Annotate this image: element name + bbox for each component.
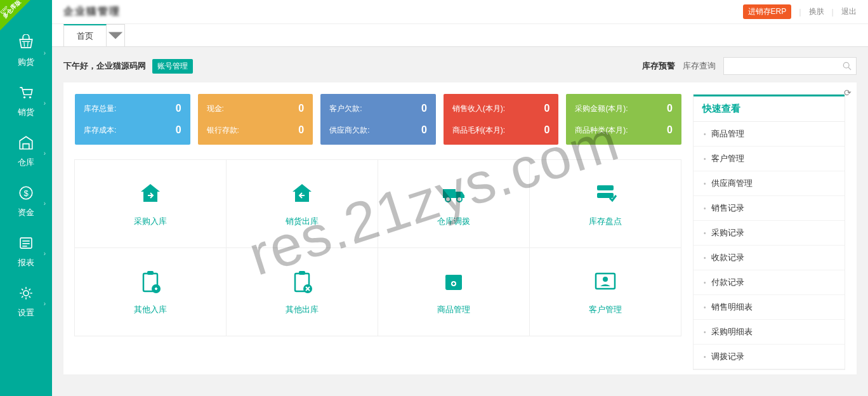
account-mgmt-badge[interactable]: 账号管理 (152, 59, 193, 74)
rp-item[interactable]: 收款记录 (694, 246, 845, 270)
nav-item-cart[interactable]: 销货› (0, 77, 52, 124)
basket-icon (18, 34, 34, 51)
right-panel-header: 快速查看 (694, 95, 845, 122)
card-value: 0 (298, 124, 304, 136)
stock-alert-label: 库存预警 (642, 60, 675, 72)
card-label: 采购金额(本月): (575, 103, 628, 114)
quick-label: 商品管理 (437, 304, 470, 315)
card-value: 0 (667, 124, 673, 136)
box-icon (440, 268, 467, 295)
rp-item[interactable]: 付款记录 (694, 270, 845, 295)
svg-point-11 (23, 291, 29, 296)
tab-more-button[interactable] (106, 24, 125, 46)
stat-card-3: 销售收入(本月):0商品毛利(本月):0 (444, 94, 559, 145)
svg-rect-18 (597, 193, 614, 198)
skin-link[interactable]: 换肤 (809, 6, 824, 17)
quick-label: 其他出库 (286, 304, 319, 315)
sidebar: ERP 多仓库版 购货›销货›仓库›$资金›报表›设置› (0, 0, 52, 396)
quick-label: 采购入库 (134, 216, 167, 227)
svg-point-4 (29, 96, 31, 98)
card-row: 采购金额(本月):0 (575, 103, 673, 114)
dashboard-content: ⟳ 库存总量:0库存成本:0现金:0银行存款:0客户欠款:0供应商欠款:0销售收… (63, 82, 857, 374)
rp-item[interactable]: 采购记录 (694, 221, 845, 246)
nav-item-warehouse[interactable]: 仓库› (0, 127, 52, 175)
greeting-text: 下午好，企业猫源码网 (63, 60, 146, 72)
search-button[interactable] (838, 58, 856, 74)
nav-item-report[interactable]: 报表› (0, 227, 52, 275)
quick-house-in[interactable]: 采购入库 (74, 159, 227, 248)
card-label: 客户欠款: (329, 103, 362, 114)
stat-card-4: 采购金额(本月):0商品种类(本月):0 (566, 94, 681, 145)
logout-link[interactable]: 退出 (841, 6, 857, 17)
rp-item[interactable]: 供应商管理 (694, 171, 845, 196)
search-input[interactable] (724, 62, 838, 70)
quick-house-out[interactable]: 销货出库 (226, 159, 378, 248)
card-label: 销售收入(本月): (452, 103, 505, 114)
nav-item-money[interactable]: $资金› (0, 177, 52, 225)
quick-label: 销货出库 (286, 216, 319, 227)
rp-item[interactable]: 采购明细表 (694, 320, 845, 345)
card-value: 0 (421, 103, 427, 114)
quick-person[interactable]: 客户管理 (529, 248, 681, 336)
clip-in-icon (137, 268, 164, 295)
svg-point-12 (843, 62, 849, 68)
topbar: 企业猫管理 进销存ERP | 换肤 | 退出 (52, 0, 868, 24)
tab-home[interactable]: 首页 (63, 24, 107, 46)
card-label: 商品毛利(本月): (452, 125, 505, 136)
card-value: 0 (176, 124, 181, 136)
rp-item[interactable]: 销售记录 (694, 196, 845, 221)
money-icon: $ (18, 185, 34, 201)
caret-down-icon (107, 27, 124, 44)
card-value: 0 (298, 103, 304, 114)
nav-label: 销货 (0, 107, 52, 118)
svg-point-3 (23, 96, 25, 98)
greeting-row: 下午好，企业猫源码网 账号管理 库存预警 库存查询 (52, 47, 868, 82)
chevron-right-icon: › (44, 100, 46, 107)
rp-item[interactable]: 客户管理 (694, 147, 845, 171)
divider: | (832, 7, 834, 16)
quick-box[interactable]: 商品管理 (378, 248, 530, 336)
quick-truck[interactable]: 仓库调拨 (378, 159, 530, 248)
report-icon (18, 235, 34, 251)
rp-item[interactable]: 商品管理 (694, 122, 845, 147)
clip-out-icon (289, 268, 315, 295)
svg-point-16 (457, 197, 462, 202)
quick-checklist[interactable]: 库存盘点 (529, 159, 681, 248)
quick-label: 库存盘点 (589, 216, 622, 227)
quick-grid: 采购入库销货出库仓库调拨库存盘点其他入库其他出库商品管理客户管理 (75, 160, 681, 336)
card-value: 0 (176, 103, 181, 114)
card-row: 库存成本:0 (84, 124, 181, 136)
erp-badge[interactable]: 进销存ERP (743, 4, 792, 19)
stat-card-2: 客户欠款:0供应商欠款:0 (320, 94, 436, 145)
divider: | (799, 7, 801, 16)
gear-icon (18, 285, 34, 301)
chevron-right-icon: › (44, 200, 46, 207)
topbar-right: 进销存ERP | 换肤 | 退出 (743, 4, 857, 19)
svg-line-2 (27, 41, 28, 46)
svg-rect-20 (147, 271, 154, 275)
greeting-right: 库存预警 库存查询 (642, 57, 857, 75)
nav-label: 购货 (0, 56, 52, 68)
truck-icon (440, 180, 467, 207)
stock-query-label: 库存查询 (683, 60, 716, 72)
nav-label: 设置 (0, 307, 52, 319)
nav-item-basket[interactable]: 购货› (0, 27, 52, 74)
rp-item[interactable]: 调拨记录 (694, 345, 845, 369)
svg-text:$: $ (23, 188, 29, 198)
stat-card-1: 现金:0银行存款:0 (198, 94, 313, 145)
rp-item[interactable]: 销售明细表 (694, 295, 845, 320)
svg-line-1 (24, 41, 25, 46)
nav-label: 资金 (0, 207, 52, 218)
nav-label: 报表 (0, 257, 52, 268)
card-row: 销售收入(本月):0 (452, 103, 550, 114)
quick-clip-in[interactable]: 其他入库 (74, 248, 227, 336)
card-row: 商品种类(本月):0 (575, 124, 673, 136)
card-row: 现金:0 (207, 103, 305, 114)
card-row: 客户欠款:0 (329, 103, 427, 114)
quick-clip-out[interactable]: 其他出库 (226, 248, 378, 336)
card-row: 商品毛利(本月):0 (452, 124, 550, 136)
nav-item-gear[interactable]: 设置› (0, 277, 52, 325)
stat-cards: 库存总量:0库存成本:0现金:0银行存款:0客户欠款:0供应商欠款:0销售收入(… (75, 94, 681, 145)
card-value: 0 (544, 124, 549, 136)
nav-label: 仓库 (0, 157, 52, 168)
